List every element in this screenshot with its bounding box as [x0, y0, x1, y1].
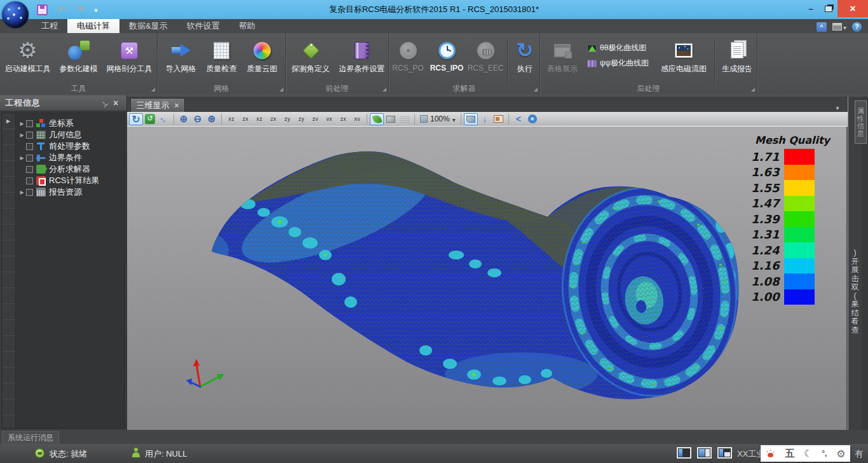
checkbox[interactable] [26, 155, 33, 162]
wireframe-view-button[interactable] [398, 113, 412, 125]
close-tab-icon[interactable] [174, 100, 179, 110]
app-logo[interactable] [2, 1, 29, 28]
expand-arrow-icon[interactable] [18, 132, 26, 138]
pin-icon[interactable] [98, 97, 110, 109]
view-iso3-button[interactable]: zx [336, 113, 350, 125]
tree-item-solver[interactable]: 分析求解器 [17, 163, 125, 175]
parametric-modeling-button[interactable]: 参数化建模 [53, 37, 104, 74]
view-iso2-button[interactable]: vx [322, 113, 336, 125]
zoom-in-button[interactable] [177, 113, 191, 125]
group-launcher-icon[interactable] [151, 86, 155, 92]
mesh-partition-tool-button[interactable]: 网格剖分工具 [104, 37, 155, 74]
group-launcher-icon[interactable] [280, 86, 283, 92]
group-launcher-icon[interactable] [383, 86, 386, 92]
tree-item-preprocess-params[interactable]: 前处理参数 [17, 141, 125, 152]
probe-angle-button[interactable]: 探测角定义 [286, 37, 336, 74]
orbit-button[interactable] [143, 113, 157, 125]
undo-icon[interactable] [58, 3, 66, 17]
psi-polarization-curve-button[interactable]: ψψ极化曲线图 [585, 58, 656, 69]
group-launcher-icon[interactable] [534, 86, 538, 92]
expand-arrow-icon[interactable] [18, 155, 26, 161]
zoom-out-button[interactable] [191, 113, 205, 125]
drop-view-button[interactable] [478, 113, 492, 125]
tree-item-report-resources[interactable]: 报告资源 [17, 186, 125, 198]
moon-icon[interactable] [804, 448, 812, 459]
rcs-po-button[interactable]: RCS_PO [389, 37, 427, 73]
pan-button[interactable] [157, 113, 171, 125]
layout-left-panel-button[interactable] [677, 447, 691, 459]
tab-properties-info[interactable]: 属性信息 [855, 100, 867, 144]
checkbox[interactable] [26, 143, 33, 150]
gear-icon[interactable] [836, 448, 845, 460]
view-right-button[interactable]: zx [266, 113, 280, 125]
view-iso1-button[interactable]: zv [308, 113, 322, 125]
checkbox[interactable] [26, 132, 33, 139]
execute-button[interactable]: 执行 [510, 37, 539, 74]
faceted-view-button[interactable] [384, 113, 398, 125]
induced-current-map-button[interactable]: 感应电磁流图 [656, 37, 712, 74]
solver-grid-icon [477, 42, 494, 59]
clip-plane-button[interactable] [464, 113, 478, 125]
tab-list-dropdown-icon[interactable] [835, 101, 840, 113]
restore-button[interactable] [820, 0, 837, 17]
expand-arrow-icon[interactable] [18, 190, 26, 195]
quick-access-dropdown-icon[interactable] [94, 3, 98, 17]
layout-split-button[interactable] [697, 447, 712, 459]
zoom-level-select[interactable]: 100% [417, 113, 458, 125]
tree-item-boundary-conditions[interactable]: 边界条件 [17, 152, 125, 163]
redo-icon[interactable] [76, 3, 85, 17]
view-back-button[interactable]: zx [238, 113, 252, 125]
checkbox[interactable] [26, 120, 33, 127]
table-view-button[interactable]: 表格展示 [540, 37, 585, 74]
tab-project[interactable]: 工程 [32, 19, 67, 33]
launch-modeling-tool-button[interactable]: 启动建模工具 [3, 37, 53, 74]
tab-software-settings[interactable]: 软件设置 [177, 19, 229, 33]
view-front-button[interactable]: xz [224, 113, 238, 125]
rotate-view-button[interactable] [129, 113, 143, 125]
theta-polarization-curve-button[interactable]: θθ极化曲线图 [585, 43, 656, 53]
save-icon[interactable] [37, 4, 48, 15]
expand-arrow-icon[interactable] [18, 121, 26, 127]
import-mesh-button[interactable]: 导入网格 [161, 37, 201, 74]
minimize-button[interactable] [802, 0, 820, 17]
snapshot-button[interactable] [492, 113, 506, 125]
help-icon[interactable] [852, 22, 862, 32]
tab-3d-display[interactable]: 三维显示 [130, 98, 185, 112]
close-button[interactable] [837, 0, 868, 17]
boundary-condition-button[interactable]: 边界条件设置 [336, 37, 388, 74]
checkbox[interactable] [26, 189, 33, 196]
checkbox[interactable] [26, 166, 33, 173]
share-view-button[interactable] [512, 113, 526, 125]
rcs-eec-button[interactable]: RCS_EEC [466, 37, 505, 73]
3d-viewport-canvas[interactable]: Mesh Quality 1.71 1.63 1.55 1.47 1.39 [127, 127, 846, 430]
close-view-button[interactable] [526, 113, 539, 125]
group-launcher-icon[interactable] [751, 86, 755, 92]
view-left-button[interactable]: xz [252, 113, 266, 125]
tab-em-computation[interactable]: 电磁计算 [67, 19, 119, 33]
quality-check-button[interactable]: 质量检查 [201, 37, 242, 74]
style-dropdown-icon[interactable] [843, 21, 846, 32]
quality-cloud-map-button[interactable]: 质量云图 [242, 37, 283, 74]
ime-logo-icon[interactable] [765, 449, 775, 458]
window-style-icon[interactable] [832, 23, 842, 31]
tree-item-geometry-info[interactable]: 几何信息 [17, 129, 125, 141]
view-iso4-button[interactable]: xv [350, 113, 364, 125]
tree-item-rcs-results[interactable]: RCS计算结果 [17, 175, 125, 186]
tab-help[interactable]: 帮助 [229, 19, 265, 33]
view-bottom-button[interactable]: zy [294, 113, 308, 125]
ime-mode-button[interactable]: 五 [785, 448, 794, 460]
view-top-button[interactable]: zy [280, 113, 294, 125]
rcs-ipo-button[interactable]: RCS_IPO [427, 37, 466, 73]
shaded-view-button[interactable] [370, 113, 384, 125]
tab-system-messages[interactable]: 系统运行消息 [2, 431, 59, 444]
tab-data-display[interactable]: 数据&显示 [119, 19, 177, 33]
zoom-fit-button[interactable] [205, 113, 219, 125]
checkbox[interactable] [26, 177, 33, 184]
view-results-strip[interactable]: )开展击双(果结看查 [848, 97, 862, 430]
collapse-ribbon-icon[interactable] [817, 22, 827, 32]
layout-bottom-panel-button[interactable] [717, 447, 732, 459]
generate-report-button[interactable]: 生成报告 [717, 37, 757, 74]
ime-punctuation-button[interactable]: °, [822, 449, 827, 458]
tree-item-coordinate-system[interactable]: 坐标系 [17, 118, 125, 129]
close-panel-icon[interactable] [110, 97, 121, 109]
